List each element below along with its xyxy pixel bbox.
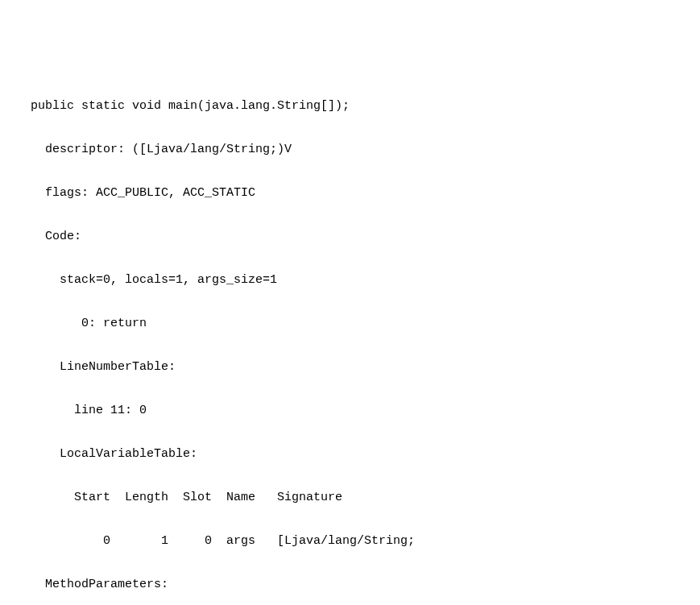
code-line: Code: (16, 226, 684, 247)
code-line: 0: return (16, 313, 684, 334)
code-line: LineNumberTable: (16, 356, 684, 378)
code-line: LocalVariableTable: (16, 443, 684, 465)
code-line: line 11: 0 (16, 400, 684, 421)
code-line: descriptor: ([Ljava/lang/String;)V (16, 139, 684, 160)
code-line: flags: ACC_PUBLIC, ACC_STATIC (16, 182, 684, 204)
code-line: Start Length Slot Name Signature (16, 487, 684, 508)
code-line: 0 1 0 args [Ljava/lang/String; (16, 530, 684, 552)
code-line: stack=0, locals=1, args_size=1 (16, 269, 684, 291)
code-line: public static void main(java.lang.String… (16, 95, 684, 117)
bytecode-output: public static void main(java.lang.String… (16, 73, 684, 605)
code-line: MethodParameters: (16, 574, 684, 595)
